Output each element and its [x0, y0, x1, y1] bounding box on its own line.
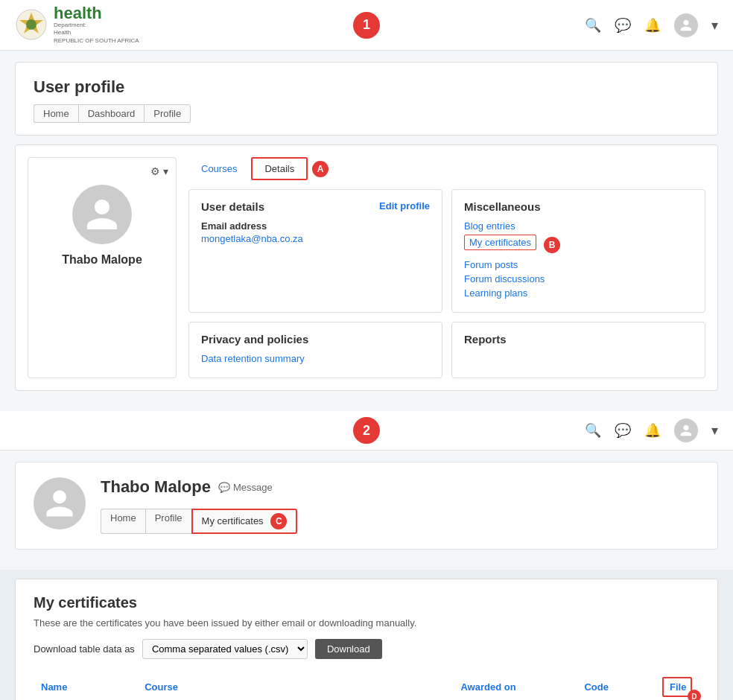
section-1: User profile Home Dashboard Profile ⚙ ▾ … — [0, 51, 733, 411]
annotation-d: D — [688, 690, 701, 700]
annotation-b: B — [544, 237, 560, 253]
logo-health-text: health — [54, 5, 139, 22]
step-badge-2: 2 — [353, 417, 380, 444]
annotation-c: C — [270, 513, 287, 529]
header-icons-1: 🔍 💬 🔔 ▾ — [585, 13, 718, 37]
gear-chevron-icon: ▾ — [163, 165, 168, 177]
table-header: Name Course Awarded on Code File D — [34, 671, 699, 700]
col-course: Course — [137, 671, 453, 700]
miscellaneous-box: Miscellaneous Blog entries My certificat… — [451, 189, 705, 313]
download-format-select[interactable]: Comma separated values (.csv) — [142, 639, 308, 659]
bell-icon[interactable]: 🔔 — [644, 17, 661, 34]
message-bubble-icon: 💬 — [218, 482, 230, 493]
certificates-title: My certificates — [34, 594, 699, 611]
step-badge-1: 1 — [353, 12, 380, 39]
gear-button[interactable]: ⚙ ▾ — [150, 165, 168, 177]
col-name: Name — [34, 671, 137, 700]
pbc-my-certificates[interactable]: My certificates C — [191, 509, 298, 534]
breadcrumb-profile[interactable]: Profile — [144, 104, 191, 123]
profile-avatar-large — [34, 477, 86, 529]
profile-name-card: Thabo Malope 💬 Message Home Profile My c… — [15, 462, 718, 550]
details-content: User details Edit profile Email address … — [188, 189, 705, 313]
header-bar-1: health Department:HealthREPUBLIC OF SOUT… — [0, 0, 733, 51]
profile-detail-inner: ⚙ ▾ Thabo Malope Courses Details A — [16, 145, 717, 390]
col-awarded: Awarded on — [453, 671, 577, 700]
privacy-reports-row: Privacy and policies Data retention summ… — [188, 322, 705, 378]
certificates-subtitle: These are the certificates you have been… — [34, 617, 699, 629]
logo: health Department:HealthREPUBLIC OF SOUT… — [15, 5, 139, 45]
user-name-label: Thabo Malope — [62, 253, 142, 267]
misc-my-certificates[interactable]: My certificates — [464, 235, 536, 250]
edit-profile-link[interactable]: Edit profile — [379, 200, 430, 211]
avatar-2[interactable] — [674, 419, 698, 442]
user-dropdown-chevron[interactable]: ▾ — [711, 17, 718, 34]
reports-title: Reports — [464, 333, 693, 346]
chat-icon[interactable]: 💬 — [615, 17, 631, 34]
misc-forum-posts[interactable]: Forum posts — [464, 259, 693, 270]
annotation-a: A — [312, 161, 329, 177]
email-value: mongetlaka@nba.co.za — [201, 233, 430, 244]
user-avatar — [72, 185, 132, 244]
section-2: Thabo Malope 💬 Message Home Profile My c… — [0, 451, 733, 570]
logo-subtitle: Department:HealthREPUBLIC OF SOUTH AFRIC… — [54, 22, 139, 45]
misc-blog-entries[interactable]: Blog entries — [464, 220, 693, 232]
col-file: File D — [655, 671, 699, 700]
message-link[interactable]: 💬 Message — [218, 482, 273, 493]
tab-courses[interactable]: Courses — [188, 158, 250, 179]
user-details-title: User details Edit profile — [201, 200, 430, 213]
page-title: User profile — [34, 77, 699, 97]
certificates-section: My certificates These are the certificat… — [15, 579, 718, 700]
download-row: Download table data as Comma separated v… — [34, 639, 699, 659]
profile-name-row: Thabo Malope 💬 Message — [101, 477, 297, 497]
data-retention-link[interactable]: Data retention summary — [201, 353, 430, 364]
miscellaneous-title: Miscellaneous — [464, 200, 693, 213]
download-button[interactable]: Download — [315, 639, 382, 659]
header-bar-2: 2 🔍 💬 🔔 ▾ — [0, 411, 733, 451]
privacy-box: Privacy and policies Data retention summ… — [188, 322, 442, 378]
tabs-panel: Courses Details A User details Edit prof… — [188, 157, 705, 378]
misc-learning-plans[interactable]: Learning plans — [464, 287, 693, 299]
search-icon-2[interactable]: 🔍 — [585, 422, 601, 439]
bell-icon-2[interactable]: 🔔 — [644, 422, 661, 439]
user-avatar-panel: ⚙ ▾ Thabo Malope — [28, 157, 177, 378]
misc-forum-discussions[interactable]: Forum discussions — [464, 273, 693, 284]
certificates-table: Name Course Awarded on Code File D Certi… — [34, 671, 699, 700]
tab-details[interactable]: Details — [251, 157, 308, 180]
download-label: Download table data as — [34, 643, 135, 655]
reports-box: Reports — [451, 322, 705, 378]
breadcrumb-dashboard[interactable]: Dashboard — [78, 104, 145, 123]
user-details-box: User details Edit profile Email address … — [188, 189, 442, 313]
profile-name: Thabo Malope — [101, 477, 211, 497]
logo-emblem — [15, 8, 48, 41]
user-profile-title-card: User profile Home Dashboard Profile — [15, 62, 718, 136]
user-dropdown-chevron-2[interactable]: ▾ — [711, 422, 718, 439]
profile-info: Thabo Malope 💬 Message Home Profile My c… — [101, 477, 297, 534]
gear-icon: ⚙ — [150, 165, 160, 177]
breadcrumb: Home Dashboard Profile — [34, 104, 699, 123]
privacy-title: Privacy and policies — [201, 333, 430, 346]
svg-point-2 — [26, 19, 37, 30]
email-label: Email address — [201, 220, 430, 232]
avatar[interactable] — [674, 13, 698, 37]
profile-detail-card: ⚙ ▾ Thabo Malope Courses Details A — [15, 144, 718, 391]
profile-section-inner: Thabo Malope 💬 Message Home Profile My c… — [16, 462, 717, 549]
profile-breadcrumb: Home Profile My certificates C — [101, 509, 297, 534]
chat-icon-2[interactable]: 💬 — [615, 422, 631, 439]
search-icon[interactable]: 🔍 — [585, 17, 601, 34]
logo-text: health Department:HealthREPUBLIC OF SOUT… — [54, 5, 139, 45]
tabs-row: Courses Details A — [188, 157, 705, 180]
pbc-home[interactable]: Home — [101, 509, 145, 534]
pbc-profile[interactable]: Profile — [145, 509, 191, 534]
col-code: Code — [577, 671, 655, 700]
breadcrumb-home[interactable]: Home — [34, 104, 78, 123]
header-icons-2: 🔍 💬 🔔 ▾ — [585, 419, 718, 442]
